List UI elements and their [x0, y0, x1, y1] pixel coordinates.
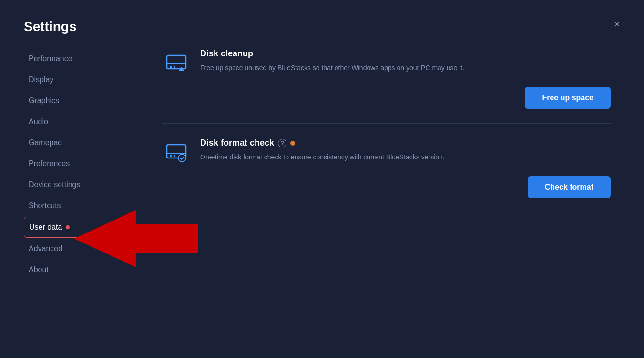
disk-cleanup-description: Free up space unused by BlueStacks so th… — [200, 63, 467, 73]
settings-container: Settings × Performance Display Graphics … — [0, 0, 644, 358]
svg-rect-2 — [170, 66, 172, 68]
sidebar-item-display[interactable]: Display — [24, 70, 128, 90]
svg-rect-10 — [174, 155, 175, 157]
content-area: Disk cleanup Free up space unused by Blu… — [138, 49, 620, 339]
sidebar-item-label: Display — [29, 75, 53, 84]
svg-rect-9 — [170, 155, 172, 157]
sidebar-item-gamepad[interactable]: Gamepad — [24, 133, 128, 153]
sidebar-item-audio[interactable]: Audio — [24, 112, 128, 132]
disk-cleanup-title-row: Disk cleanup — [200, 49, 611, 59]
disk-format-header: Disk format check ? One-time disk format… — [162, 138, 611, 167]
sidebar-item-shortcuts[interactable]: Shortcuts — [24, 196, 128, 216]
sidebar-item-performance[interactable]: Performance — [24, 49, 128, 69]
page-title: Settings — [24, 19, 620, 34]
sidebar-item-preferences[interactable]: Preferences — [24, 154, 128, 174]
sidebar-item-label: Device settings — [29, 180, 81, 189]
disk-cleanup-title: Disk cleanup — [200, 49, 253, 59]
sidebar-item-label: About — [29, 265, 49, 274]
sidebar-item-label: Graphics — [29, 96, 59, 105]
sidebar-item-label: Audio — [29, 117, 48, 126]
svg-point-11 — [178, 154, 186, 162]
svg-rect-3 — [174, 66, 175, 68]
check-format-button[interactable]: Check format — [528, 176, 611, 198]
disk-format-icon — [162, 138, 191, 167]
main-layout: Performance Display Graphics Audio Gamep… — [24, 49, 620, 339]
sidebar-item-label: Shortcuts — [29, 201, 61, 210]
status-dot-orange — [290, 141, 295, 146]
sidebar-item-label: Performance — [29, 54, 72, 63]
disk-format-title-row: Disk format check ? — [200, 138, 611, 148]
sidebar-item-advanced[interactable]: Advanced — [24, 239, 128, 259]
disk-format-section: Disk format check ? One-time disk format… — [162, 138, 611, 212]
free-up-space-button[interactable]: Free up space — [525, 87, 611, 109]
sidebar: Performance Display Graphics Audio Gamep… — [24, 49, 138, 339]
disk-cleanup-header: Disk cleanup Free up space unused by Blu… — [162, 49, 611, 77]
sidebar-item-graphics[interactable]: Graphics — [24, 91, 128, 111]
disk-cleanup-info: Disk cleanup Free up space unused by Blu… — [200, 49, 611, 73]
sidebar-item-user-data[interactable]: User data — [24, 217, 128, 238]
sidebar-item-label: Advanced — [29, 244, 62, 253]
disk-format-description: One-time disk format check to ensure con… — [200, 152, 467, 162]
sidebar-item-device-settings[interactable]: Device settings — [24, 175, 128, 195]
sidebar-item-label: Gamepad — [29, 138, 62, 147]
notification-dot — [66, 225, 70, 229]
close-button[interactable]: × — [614, 19, 620, 30]
disk-format-info: Disk format check ? One-time disk format… — [200, 138, 611, 162]
disk-cleanup-icon — [162, 49, 191, 77]
question-mark-icon[interactable]: ? — [278, 139, 286, 147]
sidebar-item-about[interactable]: About — [24, 260, 128, 280]
sidebar-item-label: User data — [29, 223, 62, 232]
sidebar-item-label: Preferences — [29, 159, 70, 168]
disk-cleanup-section: Disk cleanup Free up space unused by Blu… — [162, 49, 611, 124]
disk-format-title: Disk format check — [200, 138, 274, 148]
